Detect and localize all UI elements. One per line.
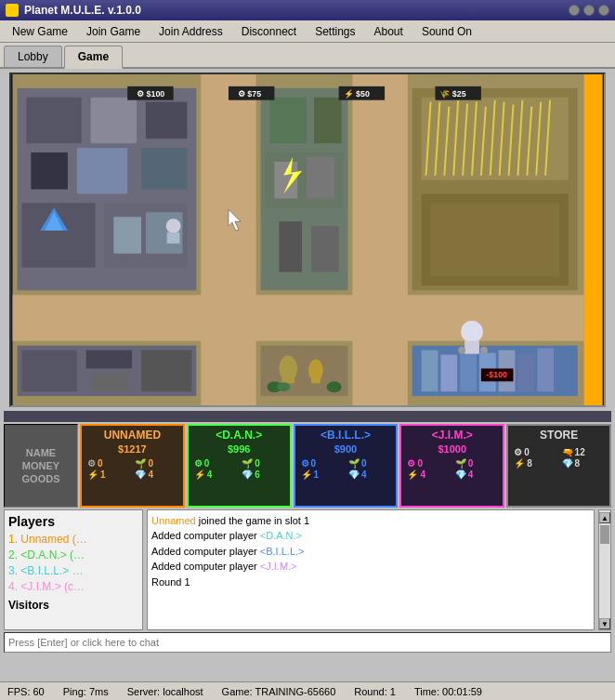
chat-text: Added computer player (151, 546, 260, 557)
player-stats-bill: ⚙ 0 🌱 0 ⚡ 1 💎 4 (297, 458, 395, 480)
player-name: <D.A.N.> (… (20, 548, 85, 561)
minimize-btn[interactable] (569, 5, 580, 16)
stat-row: 💎 4 (455, 469, 497, 480)
scroll-up-button[interactable]: ▲ (599, 512, 610, 523)
crystal-icon: 💎 (455, 469, 466, 480)
svg-rect-2 (201, 74, 255, 405)
chat-highlight: Unnamed (151, 515, 196, 526)
player-entry-3[interactable]: 3. <B.I.L.L.> … (8, 564, 138, 577)
stat-val: 8 (575, 458, 581, 469)
chat-text: Added computer player (151, 561, 260, 572)
menu-bar: New Game Join Game Join Address Disconne… (0, 20, 615, 43)
chat-line-3: Added computer player <B.I.L.L.> (151, 545, 590, 559)
menu-sound[interactable]: Sound On (413, 22, 480, 41)
player-panel-store: STORE ⚙ 0 🔫 12 ⚡ 8 💎 8 (506, 424, 611, 508)
svg-point-17 (166, 218, 181, 233)
menu-join-game[interactable]: Join Game (78, 22, 149, 41)
plant-icon: 🌱 (348, 458, 360, 469)
player-entry-2[interactable]: 2. <D.A.N.> (… (8, 548, 138, 561)
player-entry-1[interactable]: 1. Unnamed (… (8, 533, 138, 546)
stat-val: 4 (468, 469, 474, 480)
player-num: 2. (8, 548, 20, 561)
chat-highlight: <D.A.N.> (260, 530, 302, 541)
stat-row: 🌱 0 (348, 458, 390, 469)
stat-val: 0 (417, 458, 423, 469)
menu-settings[interactable]: Settings (307, 22, 363, 41)
maximize-btn[interactable] (583, 5, 595, 16)
svg-point-72 (461, 321, 483, 343)
chat-input[interactable] (4, 632, 611, 653)
chat-line-4: Added computer player <J.I.M.> (151, 560, 590, 574)
chat-scrollbar[interactable]: ▲ ▼ (598, 509, 611, 630)
player-entry-4[interactable]: 4. <J.I.M.> (c… (8, 580, 138, 593)
visitors-section: Visitors (8, 599, 138, 612)
crystal-icon: 💎 (562, 458, 573, 469)
player-money-dan: $996 (228, 443, 250, 455)
energy-icon: ⚡ (194, 469, 205, 480)
stat-val: 1 (100, 469, 106, 480)
menu-join-address[interactable]: Join Address (150, 22, 231, 41)
player-panel-unnamed: UNNAMED $1217 ⚙ 0 🌱 0 ⚡ 1 💎 4 (80, 424, 185, 508)
player-name-unnamed: UNNAMED (104, 429, 161, 442)
gear-icon: ⚙ (194, 458, 203, 469)
player-panel-bill: <B.I.L.L.> $900 ⚙ 0 🌱 0 ⚡ 1 💎 4 (294, 424, 399, 508)
stat-row: ⚡ 8 (514, 458, 556, 469)
chat-highlight: <J.I.M.> (260, 561, 297, 572)
menu-new-game[interactable]: New Game (4, 22, 76, 41)
player-panel-dan: <D.A.N.> $996 ⚙ 0 🌱 0 ⚡ 4 💎 6 (187, 424, 292, 508)
player-name-bill: <B.I.L.L.> (321, 429, 371, 442)
window-title: Planet M.U.L.E. v.1.0.0 (24, 4, 563, 17)
score-strip (4, 411, 611, 422)
status-game: Game: TRAINING-65660 (222, 686, 336, 697)
gun-icon: 🔫 (562, 447, 573, 457)
stat-row: ⚙ 0 (301, 458, 343, 469)
stat-row: 💎 4 (348, 469, 390, 480)
chat-log: Unnamed joined the game in slot 1 Added … (147, 509, 595, 630)
scroll-down-button[interactable]: ▼ (599, 618, 610, 629)
chat-highlight: <B.I.L.L.> (260, 546, 305, 557)
player-num: 3. (8, 564, 20, 577)
chat-line-1: Unnamed joined the game in slot 1 (151, 514, 590, 528)
stat-val: 0 (524, 447, 530, 457)
gear-icon: ⚙ (514, 447, 522, 457)
stat-row: 🌱 0 (455, 458, 497, 469)
title-bar: Planet M.U.L.E. v.1.0.0 (0, 0, 615, 20)
energy-icon: ⚡ (301, 469, 312, 480)
player-money-unnamed: $1217 (118, 443, 147, 455)
stat-val: 0 (255, 458, 260, 469)
player-name: Unnamed (… (20, 533, 86, 546)
tab-game[interactable]: Game (64, 46, 123, 69)
chat-line-2: Added computer player <D.A.N.> (151, 529, 590, 543)
stat-val: 4 (207, 469, 213, 480)
status-round: Round: 1 (354, 686, 396, 697)
player-num: 4. (8, 580, 20, 593)
stat-val: 0 (361, 458, 367, 469)
app-icon (6, 4, 19, 17)
player-money-jim: $1000 (438, 443, 466, 455)
menu-disconnect[interactable]: Disconnect (233, 22, 305, 41)
status-ping: Ping: 7ms (63, 686, 109, 697)
gear-icon: ⚙ (407, 458, 415, 469)
svg-rect-27 (279, 221, 302, 271)
gear-icon: ⚙ (301, 458, 309, 469)
svg-rect-8 (31, 152, 68, 190)
svg-rect-20 (269, 98, 307, 143)
svg-rect-3 (352, 74, 407, 405)
stat-row: 💎 8 (562, 458, 604, 469)
svg-text:🌾 $25: 🌾 $25 (439, 88, 465, 99)
close-btn[interactable] (598, 5, 609, 16)
tabs: Lobby Game (0, 43, 615, 69)
status-server: Server: localhost (127, 686, 203, 697)
label-name: NAME (26, 447, 56, 458)
svg-rect-21 (314, 98, 342, 143)
crystal-icon: 💎 (348, 469, 360, 480)
svg-rect-65 (422, 350, 438, 392)
players-list-title: Players (8, 514, 138, 529)
tab-lobby[interactable]: Lobby (4, 46, 62, 67)
menu-about[interactable]: About (366, 22, 412, 41)
svg-point-61 (327, 381, 342, 392)
svg-point-60 (277, 382, 290, 391)
game-viewport: $50 SALE -$100 (9, 73, 606, 407)
scroll-thumb[interactable] (600, 525, 609, 544)
plant-icon: 🌱 (135, 458, 146, 469)
